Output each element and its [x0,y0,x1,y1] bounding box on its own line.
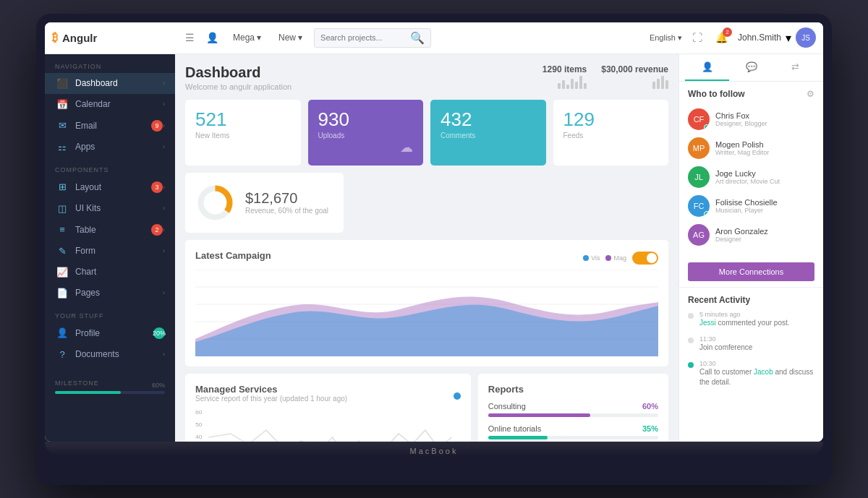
follow-name-joge: Joge Lucky [715,169,814,178]
sidebar-item-form[interactable]: ✎ Form › [45,241,175,262]
user-info[interactable]: John.Smith ▾ JS [738,27,816,48]
sidebar-label-dashboard: Dashboard [75,78,163,88]
campaign-chart-title: Latest Campaign [195,250,271,261]
stat-card-uploads: 930 Uploads ☁ [308,100,424,166]
sidebar-item-chart[interactable]: 📈 Chart [45,262,175,283]
sidebar-item-documents[interactable]: ? Documents › [45,344,175,365]
components-section-label: Components [45,158,175,176]
sidebar-item-table[interactable]: ≡ Table 2 › [45,219,175,241]
toggle-knob [647,253,657,263]
items-mini-chart [558,74,587,89]
logo: ₿ Angulr [52,31,182,44]
chevron-right-icon: › [163,143,165,150]
sidebar-item-uikits[interactable]: ◫ UI Kits › [45,198,175,219]
report-label-consulting: Consulting [488,402,526,411]
managed-title: Managed Services [195,384,347,395]
new-menu[interactable]: New ▾ [273,30,308,46]
search-box[interactable]: 🔍 [314,28,431,48]
mega-menu[interactable]: Mega ▾ [227,30,267,46]
main-layout: Navigation ⬛ Dashboard › 📅 Calendar › ✉ … [45,54,823,442]
stat-card-comments: 432 Comments [430,100,546,166]
follow-title-joge: Art director, Movie Cut [715,178,814,185]
activity-dot-2 [688,338,694,343]
form-icon: ✎ [55,246,69,257]
tab-messages[interactable]: 💬 [729,54,773,81]
page-subtitle: Welcome to angulr application [185,82,292,91]
activity-dot-3 [688,362,694,368]
layout-badge: 3 [151,181,163,193]
avatar-joge: JL [688,166,710,188]
managed-services-card: Managed Services Service report of this … [185,374,471,442]
activity-text-1: Jessi commented your post. [699,318,790,328]
stat-card-feeds: 129 Feeds [553,100,669,166]
tab-connections[interactable]: ⇄ [773,54,817,81]
sidebar-item-profile[interactable]: 👤 Profile 20% [45,322,175,344]
sidebar-item-pages[interactable]: 📄 Pages › [45,283,175,304]
search-input[interactable] [320,33,407,42]
sidebar-label-table: Table [75,225,151,235]
tutorials-progress-bg [488,436,658,439]
sidebar-label-email: Email [75,121,151,131]
revenue-info: $12,670 Revenue, 60% of the goal [245,190,328,215]
nav-section-label: Navigation [45,54,175,73]
more-connections-button[interactable]: More Connections [688,262,814,281]
fullscreen-button[interactable]: ⛶ [689,29,705,46]
online-indicator-2 [704,211,710,217]
content-header: Dashboard Welcome to angulr application … [185,64,668,91]
profile-badge: 20% [153,327,165,339]
sidebar-item-apps[interactable]: ⚏ Apps › [45,137,175,158]
laptop-brand: MacBook [410,447,459,455]
activity-item-1: 5 minutes ago Jessi commented your post. [688,311,814,328]
right-panel: 👤 💬 ⇄ Who to follow ⚙ CF [678,54,823,442]
consulting-progress-fill [488,413,590,417]
sidebar-label-documents: Documents [75,349,163,359]
activity-link-jacob[interactable]: Jacob [754,368,773,376]
stat-number-uploads: 930 [318,110,414,129]
user-name: John.Smith [738,33,781,43]
stat-label-items: New Items [195,132,291,139]
calendar-icon: 📅 [55,99,69,110]
follow-title-chris: Designer, Blogger [715,120,814,127]
notifications-button[interactable]: 🔔 2 [712,29,731,46]
stat-number-feeds: 129 [563,110,659,129]
revenue-label: Revenue, 60% of the goal [245,207,328,215]
nav-controls: ☰ 👤 Mega ▾ New ▾ 🔍 [182,28,650,48]
follow-name-folisise: Folisise Chosielle [715,198,814,207]
follow-info-joge: Joge Lucky Art director, Movie Cut [715,169,814,185]
table-badge: 2 [151,224,163,236]
user-nav-icon[interactable]: 👤 [203,29,221,46]
follow-item-1: CF Chris Fox Designer, Blogger [688,105,814,134]
follow-item-2: MP Mogen Polish Writter, Mag Editor [688,134,814,163]
follow-title-mogen: Writter, Mag Editor [715,149,814,156]
sidebar-item-dashboard[interactable]: ⬛ Dashboard › [45,73,175,94]
activity-text-2: Join comference [699,343,752,353]
reports-title: Reports [488,384,658,395]
sidebar: Navigation ⬛ Dashboard › 📅 Calendar › ✉ … [45,54,175,442]
sidebar-label-profile: Profile [75,328,153,338]
tab-profile[interactable]: 👤 [685,54,729,81]
follow-item-3: JL Joge Lucky Art director, Movie Cut [688,163,814,192]
activity-dot-1 [688,313,694,319]
sidebar-item-calendar[interactable]: 📅 Calendar › [45,94,175,115]
profile-icon: 👤 [55,327,69,338]
follow-name-chris: Chris Fox [715,111,814,120]
hamburger-button[interactable]: ☰ [182,29,197,46]
follow-info-aron: Aron Gonzalez Designer [715,227,814,243]
settings-icon[interactable]: ⚙ [807,89,814,99]
sidebar-label-pages: Pages [75,288,163,298]
documents-icon: ? [55,349,69,360]
consulting-progress-bg [488,413,658,417]
chevron-right-icon: › [163,351,165,358]
sidebar-item-email[interactable]: ✉ Email 9 › [45,115,175,137]
activity-link-jessi[interactable]: Jessi [699,319,716,327]
follow-name-aron: Aron Gonzalez [715,227,814,236]
report-consulting: Consulting 60% [488,402,658,417]
sidebar-item-layout[interactable]: ⊞ Layout 3 › [45,176,175,198]
language-selector[interactable]: English ▾ [650,33,682,43]
online-indicator [704,124,710,130]
campaign-toggle[interactable] [632,252,658,265]
managed-indicator[interactable] [454,392,461,400]
svg-text:50: 50 [195,421,203,427]
search-icon: 🔍 [410,31,425,45]
email-badge: 9 [151,120,163,132]
